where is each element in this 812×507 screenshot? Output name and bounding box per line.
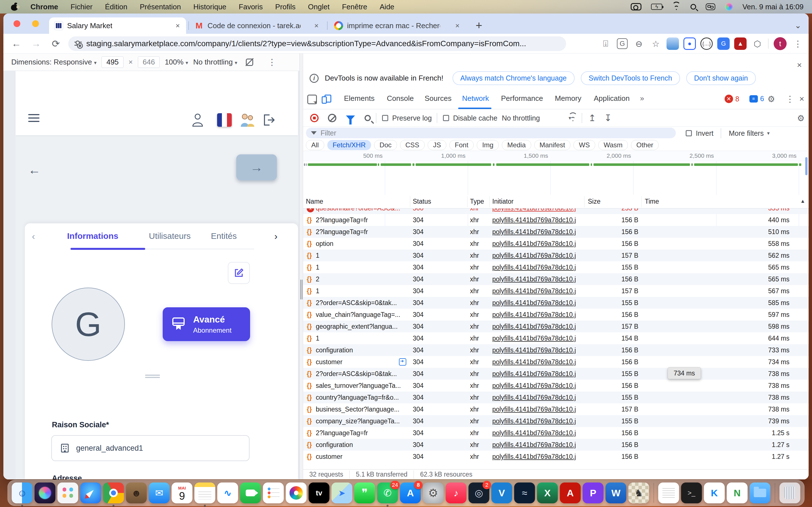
chip-font[interactable]: Font <box>449 140 474 150</box>
chip-ws[interactable]: WS <box>573 140 595 150</box>
dock-icon-apple-tv[interactable]: tv <box>309 483 329 503</box>
request-name[interactable]: configuration <box>316 344 353 356</box>
request-initiator-link[interactable]: polyfills.4141bd769a78dc10.j <box>492 439 576 451</box>
dock-icon-notes[interactable] <box>195 483 215 503</box>
request-initiator-link[interactable]: polyfills.4141bd769a78dc10.j <box>492 427 576 439</box>
request-name[interactable]: 2?order=ASC&skip=0&tak... <box>316 368 397 380</box>
dock-icon-reminders[interactable] <box>263 483 284 503</box>
console-errors-badge[interactable]: ✕8 <box>725 95 739 103</box>
request-name[interactable]: company_size?languageTa... <box>316 415 400 427</box>
column-initiator[interactable]: Initiator <box>492 198 513 205</box>
dock-icon-chess[interactable]: ♞ <box>628 483 649 503</box>
dock-icon-vscode[interactable]: V <box>492 483 512 503</box>
request-initiator-link[interactable]: polyfills.4141bd769a78dc10.j <box>492 226 576 238</box>
request-name[interactable]: business_Sector?language... <box>316 403 400 415</box>
request-initiator-link[interactable]: polyfills.4141bd769a78dc10.j <box>492 451 576 462</box>
new-tab-button[interactable]: + <box>476 20 482 31</box>
spotlight-icon[interactable] <box>691 4 696 10</box>
browser-menu-icon[interactable]: ⋮ <box>790 39 806 49</box>
menu-bar-clock[interactable]: Ven. 9 mai à 16:09 <box>742 3 804 11</box>
request-initiator-link[interactable]: polyfills.4141bd769a78dc10.j <box>492 262 576 273</box>
hamburger-menu-icon[interactable] <box>28 114 40 122</box>
apple-menu-icon[interactable] <box>11 3 18 11</box>
dock-icon-siri[interactable] <box>35 483 56 503</box>
request-initiator-link[interactable]: polyfills.4141bd769a78dc10.j <box>492 309 576 321</box>
request-row[interactable]: {}customer304xhrpolyfills.4141bd769a78dc… <box>303 356 809 368</box>
dock-icon-textedit[interactable] <box>658 483 679 503</box>
back-button[interactable]: ← <box>7 38 26 49</box>
tab-close-icon[interactable]: × <box>313 21 320 30</box>
throttling-select[interactable]: No throttling ▾ <box>193 58 237 66</box>
switch-devtools-to-french-button[interactable]: Switch DevTools to French <box>581 71 680 85</box>
menu-item-historique[interactable]: Historique <box>193 3 226 11</box>
dock-icon-word[interactable]: W <box>606 483 626 503</box>
reload-button[interactable]: ⟳ <box>47 38 65 49</box>
request-name[interactable]: customer <box>316 451 343 462</box>
chip-fetch-xhr[interactable]: Fetch/XHR <box>327 140 371 150</box>
chip-js[interactable]: JS <box>428 140 446 150</box>
sort-ascending-icon[interactable]: ▲ <box>800 198 805 204</box>
request-initiator-link[interactable]: polyfills.4141bd769a78dc10.j <box>492 403 576 415</box>
menu-item-presentation[interactable]: Présentation <box>140 3 181 11</box>
viewport-height-input[interactable]: 646 <box>138 56 160 68</box>
request-initiator-link[interactable]: polyfills.4141bd769a78dc10.j <box>492 344 576 356</box>
request-initiator-link[interactable]: polyfills.4141bd769a78dc10.j <box>492 356 576 368</box>
devtools-tab-network[interactable]: Network <box>462 94 489 103</box>
browser-tab-code-de-connexion-tarekao[interactable]: MCode de connexion - tarek.ao× <box>190 17 325 34</box>
logout-icon[interactable] <box>262 113 274 127</box>
column-status[interactable]: Status <box>413 198 431 205</box>
request-row[interactable]: {}1304xhrpolyfills.4141bd769a78dc10.j155… <box>303 262 809 273</box>
request-name[interactable]: configuration <box>316 439 353 451</box>
dock-icon-p-app[interactable]: P <box>583 483 604 503</box>
request-row[interactable]: {}1304xhrpolyfills.4141bd769a78dc10.j154… <box>303 332 809 344</box>
request-name[interactable]: 2?languageTag=fr <box>316 427 368 439</box>
dimensions-select[interactable]: Dimensions: Responsive ▾ <box>11 58 96 66</box>
menu-item-onglet[interactable]: Onglet <box>308 3 329 11</box>
record-network-log-button[interactable] <box>310 109 319 127</box>
next-button[interactable]: → <box>236 154 277 180</box>
request-name[interactable]: 1 <box>316 285 319 297</box>
request-initiator-link[interactable]: polyfills.4141bd769a78dc10.j <box>492 209 576 214</box>
url-text[interactable]: staging.salarymarketplace.com/company/1/… <box>86 39 526 48</box>
menu-item-profils[interactable]: Profils <box>275 3 296 11</box>
extension-google-translate-icon[interactable]: G <box>717 38 730 50</box>
battery-icon[interactable]: ϟ <box>651 4 662 10</box>
request-name[interactable]: 1 <box>316 332 319 344</box>
request-initiator-link[interactable]: polyfills.4141bd769a78dc10.j <box>492 238 576 249</box>
column-size[interactable]: Size <box>588 198 601 205</box>
devtools-settings-icon[interactable]: ⚙ <box>767 94 775 104</box>
dock-icon-chrome[interactable] <box>103 483 124 503</box>
column-name[interactable]: Name <box>306 198 323 205</box>
tabs-scroll-left-icon[interactable]: ‹ <box>32 231 35 242</box>
extensions-puzzle-icon[interactable]: ⬡ <box>749 39 766 49</box>
raison-sociale-input[interactable]: general_advanced1 <box>51 435 250 461</box>
request-initiator-link[interactable]: polyfills.4141bd769a78dc10.j <box>492 368 576 380</box>
request-row[interactable]: ×questionnaire?order=ASC&...500xhrpolyfi… <box>303 209 809 214</box>
request-row[interactable]: {}2?languageTag=fr304xhrpolyfills.4141bd… <box>303 226 809 238</box>
device-toolbar-toggle-icon[interactable] <box>322 95 332 104</box>
tab-search-chevron-icon[interactable]: ⌄ <box>795 21 801 30</box>
request-row[interactable]: {}customer304xhrpolyfills.4141bd769a78dc… <box>303 451 809 462</box>
dock-icon-trash[interactable] <box>779 483 801 503</box>
dock-icon-mail[interactable]: ✉ <box>149 483 170 503</box>
viewport-width-input[interactable]: 495 <box>101 56 123 68</box>
dock-icon-downloads-folder[interactable] <box>750 483 770 503</box>
chip-media[interactable]: Media <box>502 140 531 150</box>
tab-close-icon[interactable]: × <box>174 21 181 30</box>
close-window-button[interactable] <box>13 20 20 27</box>
forward-button[interactable]: → <box>27 38 45 49</box>
request-row[interactable]: {}1304xhrpolyfills.4141bd769a78dc10.j157… <box>303 249 809 262</box>
devtools-tab-console[interactable]: Console <box>387 94 414 103</box>
dock-icon-safari[interactable] <box>80 483 101 503</box>
menu-item-fenetre[interactable]: Fenêtre <box>342 3 367 11</box>
request-name[interactable]: 2?languageTag=fr <box>316 226 368 238</box>
back-arrow[interactable]: ← <box>28 163 41 177</box>
rotate-disabled-icon[interactable] <box>245 57 254 67</box>
network-settings-icon[interactable]: ⚙ <box>797 109 805 127</box>
request-name[interactable]: value_chain?languageTag=... <box>316 309 400 321</box>
clients-people-icon[interactable] <box>240 113 255 127</box>
column-time[interactable]: Time <box>645 198 659 205</box>
request-row[interactable]: {}company_size?languageTa...304xhrpolyfi… <box>303 415 809 427</box>
request-name[interactable]: geographic_extent?langua... <box>316 321 398 332</box>
focus-request-icon[interactable] <box>399 358 406 365</box>
